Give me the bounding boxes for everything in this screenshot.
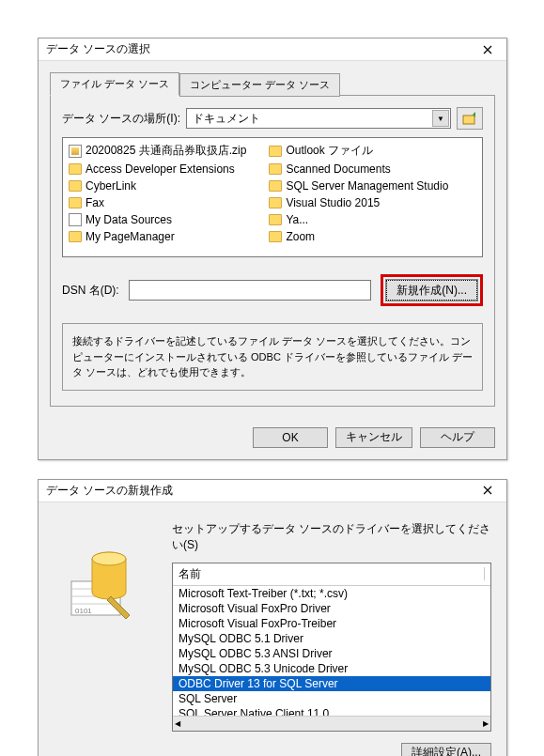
file-column-2: Outlook ファイルScanned DocumentsSQL Server … (267, 142, 450, 253)
svg-rect-0 (463, 116, 474, 124)
file-name: 20200825 共通商品券取扱店.zip (85, 143, 246, 159)
scroll-left-icon[interactable]: ◀ (175, 719, 180, 728)
file-name: Scanned Documents (286, 162, 390, 176)
driver-list-item[interactable]: SQL Server Native Client 11.0 (173, 706, 490, 716)
file-item[interactable]: Visual Studio 2015 (267, 195, 450, 210)
up-folder-button[interactable] (457, 107, 483, 130)
file-list[interactable]: 20200825 共通商品券取扱店.zipAccess Developer Ex… (62, 137, 483, 257)
new-button-highlight: 新規作成(N)... (381, 274, 483, 306)
close-button[interactable] (473, 40, 503, 59)
location-label: データ ソースの場所(I): (62, 111, 180, 127)
location-value: ドキュメント (193, 111, 260, 127)
file-item[interactable]: My PageManager (67, 229, 248, 244)
file-name: Access Developer Extensions (85, 162, 235, 176)
help-text: 接続するドライバーを記述しているファイル データ ソースを選択してください。コン… (62, 323, 483, 391)
file-name: SQL Server Management Studio (286, 179, 448, 193)
driver-list-item[interactable]: MySQL ODBC 5.3 ANSI Driver (173, 646, 490, 661)
folder-icon (269, 146, 282, 157)
file-item[interactable]: Zoom (267, 229, 450, 244)
driver-list-item[interactable]: MySQL ODBC 5.1 Driver (173, 631, 490, 646)
tab-file-data-source[interactable]: ファイル データ ソース (50, 72, 179, 96)
folder-icon (269, 197, 282, 208)
file-item[interactable]: 20200825 共通商品券取扱店.zip (67, 142, 248, 160)
file-name: Fax (85, 196, 104, 209)
folder-icon (269, 163, 282, 175)
up-folder-icon (462, 112, 477, 125)
driver-list-item[interactable]: Microsoft Visual FoxPro Driver (173, 601, 490, 616)
file-column-1: 20200825 共通商品券取扱店.zipAccess Developer Ex… (67, 142, 248, 253)
folder-icon (69, 180, 82, 192)
file-item[interactable]: Fax (67, 195, 248, 210)
database-icon: 0101 (68, 540, 143, 625)
file-item[interactable]: Outlook ファイル (267, 142, 450, 160)
create-new-data-source-dialog: データ ソースの新規作成 0101 セットアップするデータ ソースのドライバーを… (38, 479, 507, 757)
dialog-buttons: OK キャンセル ヘルプ (39, 418, 506, 459)
svg-point-7 (92, 552, 126, 565)
driver-list-item[interactable]: Microsoft Visual FoxPro-Treiber (173, 616, 490, 631)
tab-computer-data-source[interactable]: コンピューター データ ソース (179, 73, 340, 97)
dsn-input[interactable] (129, 280, 372, 301)
dsn-row: DSN 名(D): 新規作成(N)... (62, 274, 483, 306)
file-name: Zoom (286, 230, 315, 243)
file-item[interactable]: CyberLink (67, 178, 248, 193)
driver-list-item[interactable]: Microsoft Text-Treiber (*.txt; *.csv) (173, 586, 490, 601)
wizard-body: 0101 セットアップするデータ ソースのドライバーを選択してください(S) 名… (39, 502, 506, 757)
file-name: My Data Sources (85, 213, 172, 226)
file-item[interactable]: Access Developer Extensions (67, 162, 248, 177)
cancel-button[interactable]: キャンセル (335, 427, 412, 448)
tab-strip: ファイル データ ソース コンピューター データ ソース (50, 72, 495, 96)
dialog-title: データ ソースの選択 (46, 41, 150, 57)
file-name: Ya... (286, 213, 308, 226)
scroll-right-icon[interactable]: ▶ (483, 719, 489, 728)
new-button[interactable]: 新規作成(N)... (386, 280, 477, 301)
driver-list-items: Microsoft Text-Treiber (*.txt; *.csv)Mic… (173, 586, 490, 716)
file-item[interactable]: My Data Sources (67, 212, 248, 227)
titlebar: データ ソースの選択 (39, 39, 506, 61)
dialog-title: データ ソースの新規作成 (46, 483, 173, 499)
file-item[interactable]: SQL Server Management Studio (267, 178, 450, 193)
folder-icon (269, 231, 282, 242)
advanced-row: 詳細設定(A)... (172, 732, 491, 757)
folder-icon (69, 197, 82, 208)
svg-text:0101: 0101 (75, 607, 92, 615)
close-icon (483, 45, 492, 54)
horizontal-scrollbar[interactable]: ◀ ▶ (173, 716, 490, 731)
wizard-content: セットアップするデータ ソースのドライバーを選択してください(S) 名前 Mic… (172, 521, 491, 757)
folder-icon (69, 231, 82, 242)
folder-icon (269, 214, 282, 225)
folder-icon (69, 163, 82, 175)
special-icon (69, 213, 82, 226)
file-name: CyberLink (85, 179, 136, 193)
location-select[interactable]: ドキュメント ▼ (186, 108, 451, 129)
file-name: Visual Studio 2015 (286, 196, 380, 209)
list-header[interactable]: 名前 (173, 563, 490, 586)
driver-list-item[interactable]: SQL Server (173, 691, 490, 706)
help-button[interactable]: ヘルプ (420, 427, 495, 448)
folder-icon (269, 180, 282, 192)
driver-list-item[interactable]: MySQL ODBC 5.3 Unicode Driver (173, 661, 490, 676)
close-button[interactable] (473, 481, 503, 500)
location-row: データ ソースの場所(I): ドキュメント ▼ (62, 107, 483, 130)
file-item[interactable]: Ya... (267, 212, 450, 227)
driver-listbox[interactable]: 名前 Microsoft Text-Treiber (*.txt; *.csv)… (172, 563, 491, 732)
file-name: My PageManager (85, 230, 175, 243)
file-item[interactable]: Scanned Documents (267, 162, 450, 177)
driver-list-item[interactable]: ODBC Driver 13 for SQL Server (173, 676, 490, 691)
advanced-button[interactable]: 詳細設定(A)... (401, 743, 491, 757)
wizard-artwork: 0101 (54, 521, 157, 757)
list-header-name: 名前 (179, 566, 201, 582)
titlebar: データ ソースの新規作成 (39, 480, 506, 502)
file-name: Outlook ファイル (286, 143, 373, 159)
close-icon (483, 486, 492, 495)
dsn-label: DSN 名(D): (62, 283, 119, 299)
column-resize-handle[interactable] (484, 567, 485, 580)
zip-icon (69, 145, 82, 158)
tab-panel: データ ソースの場所(I): ドキュメント ▼ 20200825 共通商品券取扱… (50, 95, 495, 407)
select-data-source-dialog: データ ソースの選択 ファイル データ ソース コンピューター データ ソース … (38, 38, 507, 460)
ok-button[interactable]: OK (253, 427, 328, 448)
instruction-text: セットアップするデータ ソースのドライバーを選択してください(S) (172, 521, 491, 553)
chevron-down-icon: ▼ (432, 110, 449, 127)
